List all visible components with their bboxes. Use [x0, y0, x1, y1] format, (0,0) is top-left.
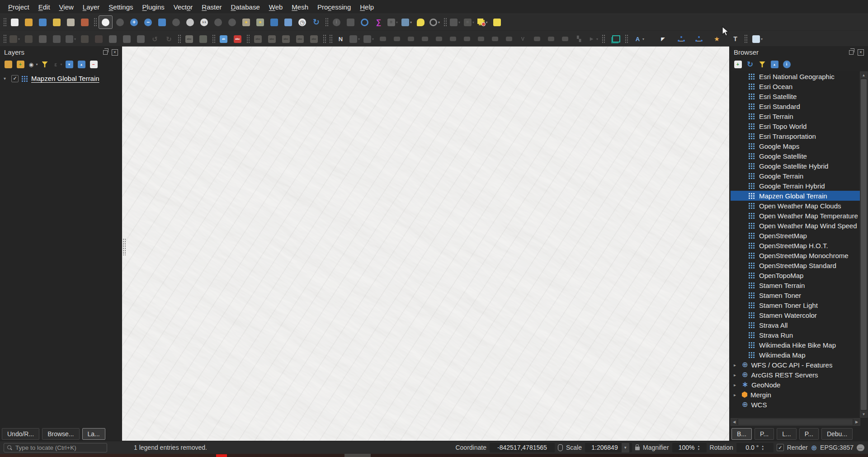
magnifier-spinbox[interactable]: 100%▲▼ [672, 443, 707, 452]
new-annotation-layer-button[interactable]: A▾ [632, 33, 646, 45]
digitize-curve-button-dropdown[interactable]: ▾ [358, 37, 360, 41]
browser-item-google-maps[interactable]: Google Maps [731, 141, 860, 151]
attribute-table-button[interactable]: ≡▾ [386, 16, 399, 28]
statistical-summary-button[interactable]: ∑ [372, 16, 385, 28]
messages-icon[interactable]: … [857, 444, 864, 451]
collapse-all-browser-button[interactable]: ▲ [769, 59, 780, 70]
layer-visibility-checkbox[interactable]: ✓ [11, 75, 19, 82]
layer-styling-button[interactable] [2, 59, 14, 70]
rotate-feature-button[interactable] [390, 33, 403, 45]
cut-features-button[interactable] [106, 33, 119, 45]
browser-horizontal-scrollbar[interactable]: ◀ ▶ [731, 418, 860, 426]
browser-item-strava-all[interactable]: Strava All [731, 320, 860, 330]
marker-annotation-button[interactable]: ★ [710, 33, 723, 45]
select-features-button[interactable]: ▾ [448, 16, 462, 28]
coordinate-input[interactable]: -842517,4781565 [490, 443, 555, 452]
render-checkbox[interactable]: ✓ [777, 444, 784, 451]
menu-item-edit[interactable]: Edit [34, 2, 55, 12]
move-label-button[interactable]: abc [279, 33, 292, 45]
spin-arrows-icon[interactable]: ▲▼ [761, 445, 764, 451]
current-edits-button[interactable]: ▾ [8, 33, 21, 45]
form-annotation-button-dropdown[interactable]: ▾ [761, 37, 763, 41]
browser-close-icon[interactable]: × [858, 49, 864, 56]
polygon-annotation-button[interactable] [693, 33, 706, 45]
map-themes-button[interactable]: ◉▾ [27, 59, 38, 70]
toolbar-grip[interactable] [329, 34, 332, 44]
layer-expand-icon[interactable]: ▾ [4, 76, 8, 81]
expand-icon[interactable]: ▸ [734, 363, 739, 367]
show-hide-labels-button[interactable]: abc [265, 33, 278, 45]
scroll-up-icon[interactable]: ▲ [860, 72, 867, 78]
save-project-button[interactable] [36, 16, 49, 28]
browser-item-arcgis-rest-servers[interactable]: ▸⊕ArcGIS REST Servers [731, 370, 860, 380]
browser-item-strava-run[interactable]: Strava Run [731, 330, 860, 340]
add-selected-layers-button[interactable]: + [732, 59, 744, 70]
menu-item-help[interactable]: Help [355, 2, 378, 12]
add-ring-button[interactable] [418, 33, 431, 45]
menu-item-raster[interactable]: Raster [197, 2, 226, 12]
select-features-button-dropdown[interactable]: ▾ [458, 20, 460, 24]
browser-item-openstreetmap-standard[interactable]: OpenStreetMap Standard [731, 260, 860, 270]
rotate-point-symbols-button[interactable] [558, 33, 571, 45]
new-print-layout-button[interactable] [50, 16, 63, 28]
menu-item-view[interactable]: View [55, 2, 78, 12]
browser-item-openstreetmap-monochrome[interactable]: OpenStreetMap Monochrome [731, 250, 860, 260]
refresh-button[interactable]: ↻ [310, 16, 323, 28]
lock-scale-icon[interactable] [635, 447, 640, 450]
zoom-to-selection-button[interactable] [170, 16, 183, 28]
delete-ring-button[interactable] [460, 33, 473, 45]
filter-expression-button[interactable]: ε▾ [51, 59, 63, 70]
browser-item-esri-national-geographic[interactable]: Esri National Geographic [731, 71, 860, 81]
vertex-tool-button-dropdown[interactable]: ▾ [74, 37, 76, 41]
layer-item-mapzen-global-terrain[interactable]: ▾ ✓ Mapzen Global Terrain [0, 73, 122, 84]
scroll-down-icon[interactable]: ▼ [860, 411, 867, 417]
splitter-handle[interactable] [123, 238, 126, 255]
browser-item-wikimedia-hike-bike-map[interactable]: Wikimedia Hike Bike Map [731, 340, 860, 350]
menu-item-database[interactable]: Database [226, 2, 264, 12]
menu-item-project[interactable]: Project [4, 2, 34, 12]
dock-tab-undo-r[interactable]: Undo/R... [2, 428, 39, 440]
browser-item-mapzen-global-terrain[interactable]: Mapzen Global Terrain [731, 191, 860, 201]
new-map-view-button[interactable] [268, 16, 281, 28]
spin-arrows-icon[interactable]: ▲▼ [698, 445, 700, 451]
remove-layer-button[interactable]: − [88, 59, 99, 70]
zoom-full-button[interactable] [156, 16, 169, 28]
locate-search[interactable] [4, 443, 107, 452]
toolbar-grip[interactable] [3, 34, 6, 44]
crs-globe-icon[interactable]: ⊕ [811, 443, 817, 452]
change-label-button[interactable]: abc [307, 33, 321, 45]
zoom-out-button[interactable]: − [142, 16, 155, 28]
browser-item-google-satellite-hybrid[interactable]: Google Satellite Hybrid [731, 161, 860, 171]
scrollbar-thumb[interactable] [861, 79, 867, 410]
add-group-button[interactable]: + [14, 59, 26, 70]
toolbar-grip[interactable] [322, 34, 326, 44]
line-annotation-button[interactable] [675, 33, 688, 45]
select-by-form-button-dropdown[interactable]: ▾ [472, 20, 474, 24]
annotations-button-dropdown[interactable]: ▾ [486, 20, 487, 24]
browser-vertical-scrollbar[interactable]: ▲ ▼ [860, 71, 868, 418]
browser-float-icon[interactable] [849, 50, 854, 55]
browser-item-esri-topo-world[interactable]: Esri Topo World [731, 121, 860, 131]
browser-item-stamen-terrain[interactable]: Stamen Terrain [731, 280, 860, 290]
browser-item-google-satellite[interactable]: Google Satellite [731, 151, 860, 161]
pin-labels-button[interactable]: abc [251, 33, 264, 45]
delete-selected-button[interactable] [92, 33, 105, 45]
zoom-to-layer-button[interactable] [184, 16, 197, 28]
crs-status[interactable]: EPSG:3857 [820, 444, 854, 451]
browser-item-esri-standard[interactable]: Esri Standard [731, 101, 860, 111]
layers-float-icon[interactable] [103, 50, 108, 55]
split-parts-button[interactable] [530, 33, 543, 45]
save-layer-edits-button[interactable] [36, 33, 49, 45]
toolbar-grip[interactable] [744, 34, 747, 44]
browser-item-google-terrain[interactable]: Google Terrain [731, 171, 860, 181]
menu-item-vector[interactable]: Vector [169, 2, 198, 12]
offset-curve-button[interactable] [502, 33, 515, 45]
scroll-right-icon[interactable]: ▶ [854, 419, 860, 425]
rotate-label-button[interactable]: abc [293, 33, 307, 45]
zoom-in-button[interactable]: + [127, 16, 141, 28]
map-themes-button-dropdown[interactable]: ▾ [36, 62, 38, 66]
add-part-button[interactable] [432, 33, 445, 45]
select-by-form-button[interactable]: ≡▾ [462, 16, 476, 28]
dock-tab-la[interactable]: La... [82, 428, 105, 440]
toggle-editing-button[interactable] [22, 33, 35, 45]
